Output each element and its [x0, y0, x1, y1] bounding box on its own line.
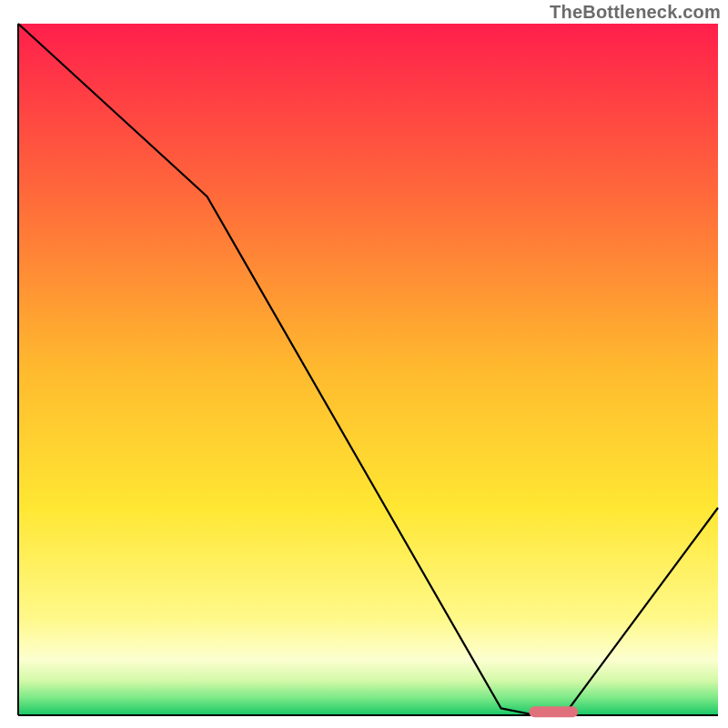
chart-svg — [0, 0, 728, 728]
optimum-marker — [529, 706, 578, 717]
chart-background — [18, 24, 718, 715]
watermark-text: TheBottleneck.com — [550, 2, 721, 23]
chart-container: TheBottleneck.com — [0, 0, 728, 728]
